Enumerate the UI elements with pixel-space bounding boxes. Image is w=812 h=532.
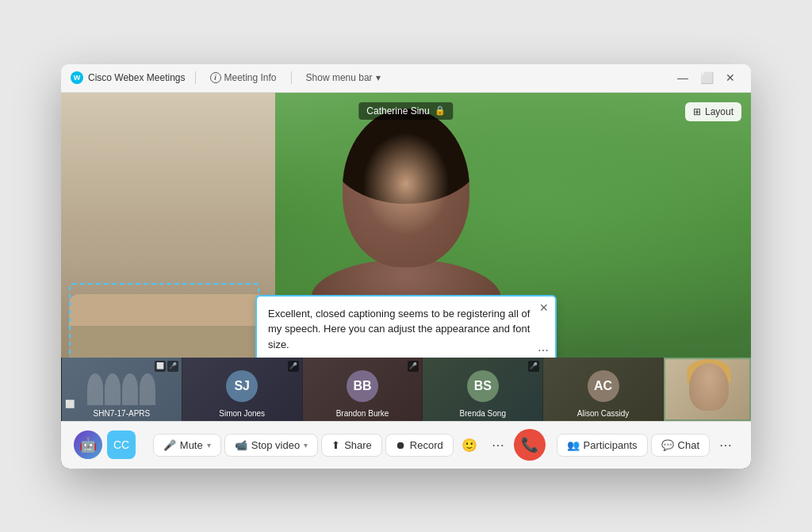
speaker-head [343,109,469,267]
video-chevron-icon: ▾ [304,441,308,450]
simon-mute-icon: 🎤 [288,361,299,372]
record-button[interactable]: ⏺ Record [385,434,454,457]
stop-video-label: Stop video [251,439,300,451]
speaker-face [362,132,450,235]
toolbar-right: 👥 Participants 💬 Chat ⋯ [557,432,738,457]
microphone-icon: 🎤 [163,439,176,451]
thumb-group-name: SHN7-17-APRS [67,409,177,418]
caption-text: Excellent, closed captioning seems to be… [268,308,530,350]
lock-icon: 🔒 [435,105,446,117]
more-right-button[interactable]: ⋯ [713,432,738,457]
layout-label: Layout [705,106,733,117]
titlebar: W Cisco Webex Meetings i Meeting Info Sh… [61,64,751,93]
maximize-button[interactable]: ⬜ [695,67,718,89]
webex-icon: W [71,71,83,84]
meeting-info-label: Meeting Info [224,72,277,83]
meeting-info-btn[interactable]: i Meeting Info [205,71,282,85]
group-person-1 [87,373,103,405]
speaker-name: Catherine Sinu [366,105,429,117]
record-label: Record [410,439,443,451]
thumbnail-extra[interactable] [664,358,751,421]
thumb-group-icons: ⬜ 🎤 [155,361,178,372]
extra-person-body [689,363,729,411]
main-video: Catherine Sinu 🔒 ⊞ Layout Excellent, clo… [61,93,751,421]
thumbnail-group[interactable]: ⬜ 🎤 ⬜ SHN7-17-APRS [61,358,182,421]
thumb-brenda-name: Brenda Song [427,409,538,418]
participants-icon: 👥 [567,439,580,451]
stop-video-button[interactable]: 📹 Stop video ▾ [224,434,318,457]
more-icon: ⋯ [492,438,504,453]
group-person-4 [140,373,155,405]
screen-share-icon: ⬜ [155,361,166,372]
brenda-avatar: BS [467,370,499,402]
window-controls: — ⬜ ✕ [672,67,741,89]
toolbar-center: 🎤 Mute ▾ 📹 Stop video ▾ ⬆ Share ⏺ [147,429,552,461]
thumbnail-simon[interactable]: SJ 🎤 Simon Jones [182,358,303,421]
toolbar-left: 🤖 CC [74,431,136,459]
more-options-button[interactable]: ⋯ [485,432,511,457]
share-label: Share [344,439,372,451]
app-window: W Cisco Webex Meetings i Meeting Info Sh… [61,64,751,469]
minimize-button[interactable]: — [672,67,694,89]
show-menu-label: Show menu bar [306,72,373,83]
video-area: Catherine Sinu 🔒 ⊞ Layout Excellent, clo… [61,93,751,421]
mute-label: Mute [180,439,203,451]
screen-icon-bottom: ⬜ [65,400,75,408]
participants-button[interactable]: 👥 Participants [557,434,648,457]
thumbnail-brandon[interactable]: BB 🎤 Brandon Burke [303,358,423,421]
extra-bg [665,359,751,421]
thumb-alison-name: Alison Cassidy [548,409,658,418]
chat-button[interactable]: 💬 Chat [651,434,710,457]
thumb-simon-icons: 🎤 [288,361,299,372]
titlebar-separator [195,71,196,84]
thumbnail-alison[interactable]: AC Alison Cassidy [543,358,664,421]
thumb-simon-name: Simon Jones [187,409,297,418]
more-right-icon: ⋯ [719,438,732,453]
end-call-icon: 📞 [521,436,538,454]
chat-label: Chat [678,439,699,451]
app-name: Cisco Webex Meetings [88,72,186,83]
toolbar: 🤖 CC 🎤 Mute ▾ 📹 Stop video ▾ [61,421,751,469]
share-icon: ⬆ [331,439,340,451]
thumbnail-strip: ⬜ 🎤 ⬜ SHN7-17-APRS SJ 🎤 Simon Jones [61,358,751,421]
simon-avatar: SJ [226,370,258,402]
brandon-mute-icon: 🎤 [408,361,419,372]
alison-avatar: AC [588,370,619,402]
record-icon: ⏺ [396,439,406,451]
thumb-brandon-icons: 🎤 [408,361,419,372]
thumb-brenda-icons: 🎤 [528,361,539,372]
captions-toggle-button[interactable]: CC [107,431,136,459]
emoji-icon: 🙂 [462,438,477,453]
mute-chevron-icon: ▾ [207,441,211,450]
layout-button[interactable]: ⊞ Layout [685,102,741,121]
app-logo: W Cisco Webex Meetings [71,71,186,84]
thumb-brandon-name: Brandon Burke [308,409,418,418]
emoji-button[interactable]: 🙂 [457,432,482,457]
info-icon: i [210,72,221,83]
caption-more-button[interactable]: ⋯ [538,344,549,357]
share-button[interactable]: ⬆ Share [321,434,382,457]
close-button[interactable]: ✕ [719,67,741,89]
brandon-avatar: BB [347,370,378,402]
thumbnail-brenda[interactable]: BS 🎤 Brenda Song [423,358,543,421]
caption-box: Excellent, closed captioning seems to be… [255,295,557,364]
speaker-name-badge: Catherine Sinu 🔒 [358,102,453,120]
participants-label: Participants [584,439,638,451]
layout-grid-icon: ⊞ [693,106,701,117]
end-call-button[interactable]: 📞 [514,429,546,461]
titlebar-separator-2 [291,71,292,84]
main-content: Catherine Sinu 🔒 ⊞ Layout Excellent, clo… [61,93,751,469]
group-person-2 [105,373,121,405]
chat-icon: 💬 [661,439,674,451]
caption-close-button[interactable]: ✕ [539,301,549,314]
show-menu-btn[interactable]: Show menu bar ▾ [301,71,385,85]
ai-assistant-button[interactable]: 🤖 [74,431,102,459]
mute-icon: 🎤 [167,361,178,372]
mute-button[interactable]: 🎤 Mute ▾ [153,434,221,457]
video-icon: 📹 [235,439,247,451]
chevron-down-icon: ▾ [376,72,381,83]
group-person-3 [122,373,138,405]
brenda-mute-icon: 🎤 [528,361,539,372]
